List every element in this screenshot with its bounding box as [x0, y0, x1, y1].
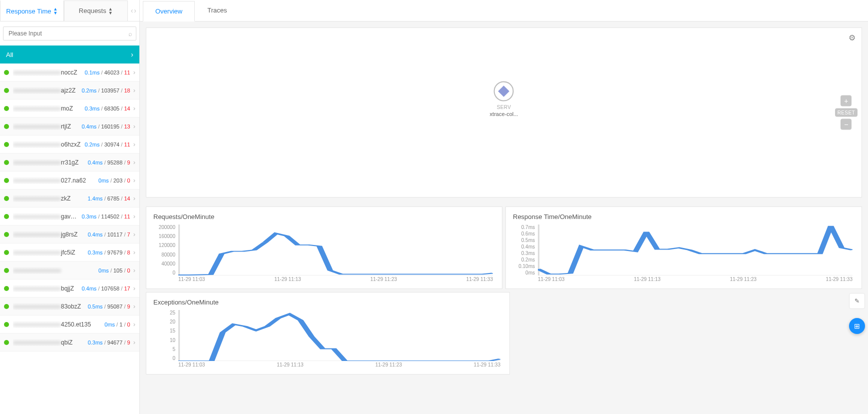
item-stats: 0ms / 203 / 0	[98, 178, 130, 184]
list-item[interactable]: xxxxxxxxxxxxxxxx4250.et1350ms / 1 / 0›	[0, 316, 139, 334]
list-item[interactable]: xxxxxxxxxxxxxxxx83obzZ0.5ms / 95087 / 9›	[0, 298, 139, 316]
item-stats: 0.3ms / 97679 / 8	[88, 250, 130, 256]
status-dot	[4, 178, 9, 183]
list-item[interactable]: xxxxxxxxxxxxxxxxjg8rsZ0.4ms / 10117 / 7›	[0, 226, 139, 244]
list-item[interactable]: xxxxxxxxxxxxxxxxqbiZ0.3ms / 94677 / 9›	[0, 334, 139, 352]
item-stats: 0.3ms / 114502 / 11	[81, 214, 130, 220]
list-item[interactable]: xxxxxxxxxxxxxxxxzkZ1.4ms / 6785 / 14›	[0, 190, 139, 208]
item-name: xxxxxxxxxxxxxxxx83obzZ	[13, 303, 86, 310]
chevron-right-icon: ›	[133, 140, 135, 148]
list-item[interactable]: xxxxxxxxxxxxxxxxjfc5iZ0.3ms / 97679 / 8›	[0, 244, 139, 262]
topology-canvas[interactable]: ⚙ SERV xtrace-col... + RESET −	[146, 28, 862, 198]
status-dot	[4, 268, 9, 273]
sidebar-tab-response-time[interactable]: Response Time ▲▼	[0, 0, 64, 21]
chevron-right-icon: ›	[133, 104, 135, 112]
list-item[interactable]: xxxxxxxxxxxxxxxxo6hzxZ0.2ms / 30974 / 11…	[0, 136, 139, 154]
all-row[interactable]: All ›	[0, 46, 139, 64]
chevron-right-icon: ›	[133, 68, 135, 76]
chevron-right-icon: ›	[133, 176, 135, 184]
status-dot	[4, 232, 9, 237]
chevron-right-icon: ›	[133, 230, 135, 238]
item-list[interactable]: xxxxxxxxxxxxxxxxnoccZ0.1ms / 46023 / 11›…	[0, 64, 139, 414]
search-box: ⌕	[3, 26, 136, 40]
x-axis: 11-29 11:0311-29 11:1311-29 11:2311-29 1…	[538, 276, 853, 284]
node-icon	[494, 81, 514, 101]
x-axis: 11-29 11:0311-29 11:1311-29 11:2311-29 1…	[178, 362, 500, 370]
item-name: xxxxxxxxxxxxxxxxbqjjZ	[13, 285, 79, 292]
status-dot	[4, 322, 9, 327]
chart-title: Requests/OneMinute	[153, 213, 495, 220]
item-stats: 0ms / 105 / 0	[98, 268, 130, 274]
item-name: xxxxxxxxxxxxxxxx	[13, 267, 96, 274]
status-dot	[4, 286, 9, 291]
search-icon[interactable]: ⌕	[128, 30, 132, 38]
chevron-right-icon: ›	[133, 248, 135, 256]
chevron-right-icon: ›	[133, 284, 135, 292]
item-name: xxxxxxxxxxxxxxxxzkZ	[13, 195, 86, 202]
tab-traces[interactable]: Traces	[195, 0, 239, 21]
item-stats: 0.4ms / 107658 / 17	[81, 286, 130, 292]
plot-area	[178, 310, 500, 361]
chevron-right-icon: ›	[133, 158, 135, 166]
item-stats: 0.4ms / 160195 / 13	[81, 124, 130, 130]
main-tabs: Overview Traces	[140, 0, 868, 22]
item-stats: 0.2ms / 103957 / 18	[81, 88, 130, 94]
topology-node[interactable]: SERV xtrace-col...	[490, 81, 518, 116]
list-item[interactable]: xxxxxxxxxxxxxxxxbqjjZ0.4ms / 107658 / 17…	[0, 280, 139, 298]
status-dot	[4, 304, 9, 309]
chevron-right-icon: ›	[131, 50, 133, 58]
item-stats: 0.2ms / 30974 / 11	[85, 142, 130, 148]
x-axis: 11-29 11:0311-29 11:1311-29 11:2311-29 1…	[178, 276, 493, 284]
item-name: xxxxxxxxxxxxxxxxrtjlZ	[13, 123, 79, 130]
status-dot	[4, 196, 9, 201]
sidebar-tab-requests[interactable]: Requests ▲▼	[64, 0, 128, 21]
chevron-right-icon: ›	[133, 122, 135, 130]
item-stats: 0.4ms / 95288 / 9	[88, 160, 130, 166]
item-name: xxxxxxxxxxxxxxxxajz2Z	[13, 87, 79, 94]
list-item[interactable]: xxxxxxxxxxxxxxxxrtjlZ0.4ms / 160195 / 13…	[0, 118, 139, 136]
chart-card: Exceptions/OneMinute252015105011-29 11:0…	[146, 292, 510, 374]
list-item[interactable]: xxxxxxxxxxxxxxxxajz2Z0.2ms / 103957 / 18…	[0, 82, 139, 100]
node-type: SERV	[490, 104, 518, 110]
status-dot	[4, 70, 9, 75]
grid-button[interactable]: ⊞	[849, 318, 865, 334]
list-item[interactable]: xxxxxxxxxxxxxxxxgavqsZ0.3ms / 114502 / 1…	[0, 208, 139, 226]
chart-title: Response Time/OneMinute	[513, 213, 855, 220]
item-name: xxxxxxxxxxxxxxxxnoccZ	[13, 69, 83, 76]
y-axis: 0.7ms0.6ms0.5ms0.4ms0.3ms0.2ms0.10ms0ms	[513, 224, 537, 276]
list-item[interactable]: xxxxxxxxxxxxxxxx0ms / 105 / 0›	[0, 262, 139, 280]
chevron-right-icon: ›	[133, 302, 135, 310]
sort-icon: ▲▼	[108, 7, 113, 15]
status-dot	[4, 106, 9, 111]
chevron-left-icon[interactable]: ‹	[131, 6, 133, 14]
chart-card: Response Time/OneMinute0.7ms0.6ms0.5ms0.…	[505, 206, 862, 289]
item-name: xxxxxxxxxxxxxxxxmoZ	[13, 105, 83, 112]
list-item[interactable]: xxxxxxxxxxxxxxxxmoZ0.3ms / 68305 / 14›	[0, 100, 139, 118]
list-item[interactable]: xxxxxxxxxxxxxxxxnoccZ0.1ms / 46023 / 11›	[0, 64, 139, 82]
plot-area	[178, 224, 493, 276]
edit-button[interactable]: ✎	[849, 293, 865, 309]
list-item[interactable]: xxxxxxxxxxxxxxxx027.na620ms / 203 / 0›	[0, 172, 139, 190]
status-dot	[4, 250, 9, 255]
status-dot	[4, 88, 9, 93]
item-stats: 0.5ms / 95087 / 9	[88, 304, 130, 310]
item-stats: 0.3ms / 94677 / 9	[88, 340, 130, 346]
item-stats: 0.3ms / 68305 / 14	[85, 106, 130, 112]
gear-icon[interactable]: ⚙	[849, 33, 856, 42]
chevron-right-icon: ›	[133, 266, 135, 274]
reset-button[interactable]: RESET	[835, 108, 858, 117]
item-stats: 0ms / 1 / 0	[104, 322, 130, 328]
status-dot	[4, 142, 9, 147]
item-name: xxxxxxxxxxxxxxxxjg8rsZ	[13, 231, 86, 238]
zoom-out-button[interactable]: −	[841, 119, 852, 130]
item-name: xxxxxxxxxxxxxxxxo6hzxZ	[13, 141, 83, 148]
list-item[interactable]: xxxxxxxxxxxxxxxxrr31gZ0.4ms / 95288 / 9›	[0, 154, 139, 172]
zoom-in-button[interactable]: +	[841, 96, 852, 106]
sidebar-tab-label: Requests	[79, 7, 106, 14]
search-input[interactable]	[3, 26, 136, 40]
tab-overview[interactable]: Overview	[143, 1, 195, 22]
sidebar-tab-scroll: ‹ ›	[128, 6, 139, 14]
sidebar: Response Time ▲▼ Requests ▲▼ ‹ › ⌕ All ›…	[0, 0, 140, 414]
chevron-right-icon[interactable]: ›	[134, 6, 136, 14]
item-stats: 0.1ms / 46023 / 11	[85, 70, 130, 76]
